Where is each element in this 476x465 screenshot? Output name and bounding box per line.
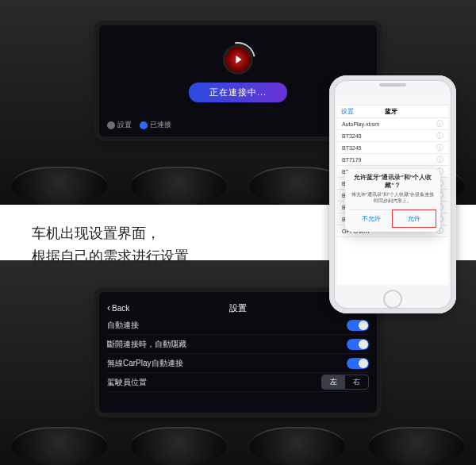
phone-statusbar [337,98,448,106]
bt-device-row[interactable]: BT7179ⓘ [337,154,448,166]
iphone-mockup: 设置 蓝牙 AutoPlay-xbsmⓘBT3240ⓘBT3245ⓘBT7179… [329,75,456,313]
head-unit-settings: ‹ Back 設置 自動連接斷開連接時，自動隱藏無線CarPlay自動連接駕駛員… [99,292,377,413]
settings-row: 斷開連接時，自動隱藏 [107,335,369,354]
alert-allow-button[interactable]: 允许 [392,209,436,228]
back-button[interactable]: ‹ Back [107,302,129,313]
bt-device-label: BT3240 [342,133,362,139]
phone-nav-title: 蓝牙 [385,107,397,116]
bt-device-row[interactable]: BT3240ⓘ [337,130,448,142]
gear-icon [107,121,115,129]
settings-row-label: 駕駛員位置 [107,377,147,388]
caption-line2: 根据自己的需求进行设置 [32,245,189,268]
settings-row-label: 斷開連接時，自動隱藏 [107,339,186,350]
info-icon[interactable]: ⓘ [436,155,443,165]
settings-label: 設置 [117,121,132,129]
connected-label: 已連接 [150,121,171,129]
segmented-control[interactable]: 左右 [321,375,369,390]
toggle-switch[interactable] [347,358,369,369]
alert-cancel-button[interactable]: 不允许 [350,210,393,227]
connecting-pill: 正在連接中... [189,83,287,102]
seg-option[interactable]: 右 [345,375,368,389]
toggle-switch[interactable] [347,339,369,350]
connection-indicator: 已連接 [140,120,171,130]
caption-line1: 车机出现设置界面， [32,222,189,245]
alert-title: 允许蓝牙"通讯录"和"个人收藏"？ [350,174,436,190]
toggle-switch[interactable] [347,320,369,331]
phone-home-button[interactable] [383,290,402,309]
chevron-left-icon: ‹ [107,302,110,313]
phone-speaker-decor [379,83,406,86]
bt-device-label: BT3245 [342,145,362,151]
settings-row-label: 自動連接 [107,320,139,331]
bt-device-label: BT7179 [342,157,362,163]
loading-spinner-icon [223,44,253,75]
info-icon[interactable]: ⓘ [436,119,443,129]
settings-row: 無線CarPlay自動連接 [107,354,369,373]
seg-option[interactable]: 左 [322,375,345,389]
back-label: Back [112,304,129,313]
settings-shortcut[interactable]: 設置 [107,120,132,130]
alert-message: 将允许"通讯录"和"个人收藏"在设备连接时同步到汽车上。 [350,192,436,205]
instruction-caption: 车机出现设置界面， 根据自己的需求进行设置 [32,222,189,268]
phone-screen: 设置 蓝牙 AutoPlay-xbsmⓘBT3240ⓘBT3245ⓘBT7179… [337,98,448,285]
info-icon[interactable]: ⓘ [436,131,443,141]
play-icon [236,56,242,63]
settings-row-label: 無線CarPlay自動連接 [107,358,183,369]
bt-device-row[interactable]: BT3245ⓘ [337,142,448,154]
bluetooth-permission-alert: 允许蓝牙"通讯录"和"个人收藏"？ 将允许"通讯录"和"个人收藏"在设备连接时同… [345,169,440,232]
air-vents-decor2 [0,411,476,465]
bt-device-row[interactable]: AutoPlay-xbsmⓘ [337,118,448,130]
info-icon[interactable]: ⓘ [436,143,443,153]
settings-title: 設置 [229,302,247,314]
bluetooth-dot-icon [140,121,148,129]
settings-row: 自動連接 [107,316,369,335]
settings-row: 駕駛員位置左右 [107,373,369,392]
phone-navbar: 设置 蓝牙 [337,106,448,118]
bt-device-label: AutoPlay-xbsm [342,121,379,127]
phone-nav-back[interactable]: 设置 [341,107,354,116]
